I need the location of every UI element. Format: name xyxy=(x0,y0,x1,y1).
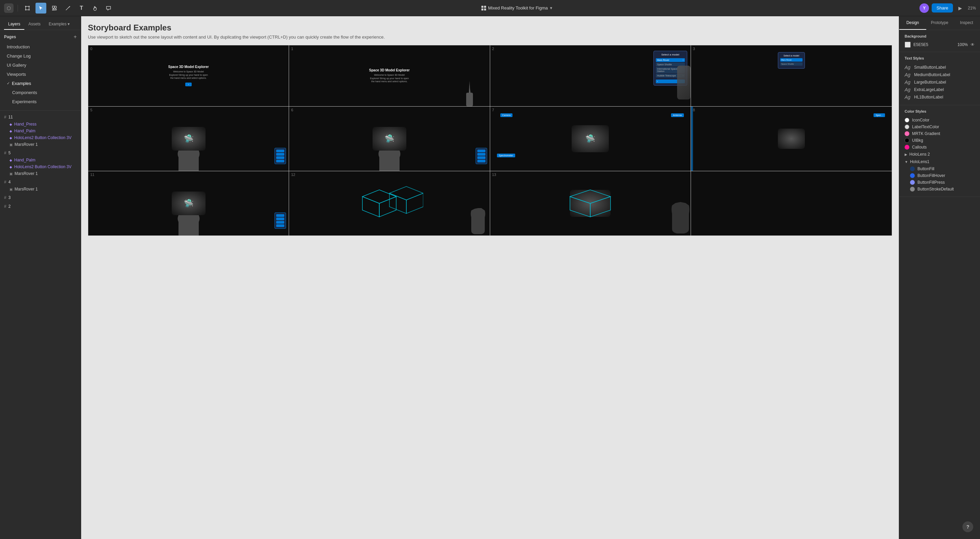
story-cell-2: 2 Select a model Mars Rover› Space Shutt… xyxy=(490,45,691,106)
layer-group-4: # 4 ▣ MarsRover 1 xyxy=(4,178,77,193)
tab-examples[interactable]: Examples ▾ xyxy=(45,19,74,30)
app-container: ⬡ xyxy=(0,0,980,539)
layer-group-header-5[interactable]: # 5 xyxy=(4,149,77,157)
bg-opacity-value: 100% xyxy=(957,42,968,47)
file-title[interactable]: Mixed Reality Toolkit for Figma ▾ xyxy=(481,5,552,11)
spectrometer-tag-8: Spec... xyxy=(873,113,885,117)
zoom-level[interactable]: 21% xyxy=(968,6,976,11)
page-viewports[interactable]: Viewports xyxy=(4,70,77,79)
storyboard-row-1: 0 Space 3D Model Explorer Welcome to Spa… xyxy=(88,45,892,107)
layer-hlbc-11[interactable]: ◆ HoloLens2 Button Collection 3V xyxy=(4,134,77,141)
scene-title-0: Space 3D Model Explorer xyxy=(169,65,209,69)
tab-layers[interactable]: Layers xyxy=(4,19,24,30)
cell-num-1: 1 xyxy=(291,47,293,51)
share-button[interactable]: Share xyxy=(932,3,953,13)
layer-group-3: # 3 xyxy=(4,194,77,201)
rover-6: 🛸 xyxy=(372,127,406,151)
tab-design[interactable]: Design xyxy=(899,16,926,30)
background-row: E5E5E5 100% 👁 xyxy=(905,41,975,48)
button-fill-dot xyxy=(910,166,915,171)
logo-button[interactable]: ⬡ xyxy=(4,3,14,13)
layer-name: MarsRover 1 xyxy=(14,142,38,147)
svg-point-11 xyxy=(55,9,56,10)
layer-group-header-3[interactable]: # 3 xyxy=(4,194,77,201)
layer-group-header-11[interactable]: # 11 xyxy=(4,113,77,121)
viewports-label: Viewports xyxy=(7,72,26,77)
visibility-toggle[interactable]: 👁 xyxy=(970,42,975,47)
user-avatar[interactable]: Y xyxy=(920,3,929,13)
layer-marsrover-4[interactable]: ▣ MarsRover 1 xyxy=(4,186,77,193)
hologlens1-group-name: HoloLens1 xyxy=(910,159,929,164)
check-icon: ✓ xyxy=(7,81,10,86)
svg-point-10 xyxy=(54,6,56,8)
tab-prototype[interactable]: Prototype xyxy=(926,16,953,30)
story-cell-14-empty xyxy=(691,171,892,236)
uibkg-label: UIBkg xyxy=(912,138,923,143)
comment-tool[interactable] xyxy=(103,3,114,14)
hologlens2-group-header[interactable]: ▶ HoloLens 2 xyxy=(905,151,975,158)
cell-content-3: Select a model Mars Rover Space Shuttle xyxy=(691,45,892,106)
component-icon: ◆ xyxy=(10,158,12,162)
play-button[interactable]: ▶ xyxy=(956,3,965,13)
hologlens2-toggle[interactable]: ▶ xyxy=(905,153,907,156)
layer-marsrover-5[interactable]: ▣ MarsRover 1 xyxy=(4,170,77,177)
components-label: Components xyxy=(12,90,37,95)
tab-assets[interactable]: Assets xyxy=(24,19,45,30)
rover-11: 🛸 xyxy=(172,191,205,215)
shape-tool[interactable] xyxy=(49,3,60,14)
uibkg-dot xyxy=(905,138,909,143)
story-cell-13: 13 xyxy=(490,171,691,236)
color-uibkg: UIBkg xyxy=(905,137,975,144)
style-item-medium: Ag MediumButtonLabel xyxy=(905,71,975,78)
hologlens1-group-header[interactable]: ▼ HoloLens1 xyxy=(905,158,975,166)
help-button[interactable]: ? xyxy=(963,521,973,532)
story-cell-12: 12 xyxy=(289,171,490,236)
pen-icon xyxy=(65,5,71,11)
panel-tabs: Layers Assets Examples ▾ xyxy=(0,16,81,30)
rover-wireframe-13 xyxy=(566,187,614,220)
layer-name: MarsRover 1 xyxy=(14,171,38,176)
layer-hand-palm-11[interactable]: ◆ Hand_Palm xyxy=(4,128,77,134)
hand-tool[interactable] xyxy=(89,3,100,14)
page-components[interactable]: Components xyxy=(4,88,77,97)
hologlens1-toggle[interactable]: ▼ xyxy=(905,160,908,164)
ag-icon-large: Ag xyxy=(905,80,912,85)
layer-group-header-4[interactable]: # 4 xyxy=(4,178,77,186)
bg-hex-value: E5E5E5 xyxy=(913,42,955,47)
text-tool[interactable]: T xyxy=(76,3,87,14)
color-button-fill-hover: ButtonFillHover xyxy=(910,172,975,179)
canvas-area: Storyboard Examples Use viewport to sket… xyxy=(81,16,899,539)
layer-hand-press[interactable]: ◆ Hand_Press xyxy=(4,121,77,128)
layer-group-header-2[interactable]: # 2 xyxy=(4,203,77,210)
introduction-label: Introduction xyxy=(7,44,30,49)
color-button-stroke: ButtonStrokeDefault xyxy=(910,186,975,193)
layer-marsrover-11[interactable]: ▣ MarsRover 1 xyxy=(4,141,77,148)
icon-color-dot xyxy=(905,118,909,123)
frame-tool[interactable] xyxy=(22,3,33,14)
rover-5: 🛸 xyxy=(172,127,205,151)
page-changelog[interactable]: Change Log xyxy=(4,51,77,61)
cell-num-2: 2 xyxy=(492,47,494,51)
move-tool[interactable] xyxy=(35,3,46,14)
label-text-color-label: LabelTextColor xyxy=(912,124,939,129)
page-experiments[interactable]: Experiments xyxy=(4,97,77,106)
cell-num-13: 13 xyxy=(492,172,496,177)
page-examples[interactable]: ✓ Examples xyxy=(4,79,77,88)
add-page-button[interactable]: + xyxy=(74,34,77,40)
scene-title-1: Space 3D Model Explorer xyxy=(369,69,410,72)
color-button-fill-press: ButtonFillPress xyxy=(910,179,975,186)
component-icon: ◆ xyxy=(10,165,12,169)
menu-partial-3: Select a model Mars Rover Space Shuttle xyxy=(778,52,805,69)
layer-hand-palm-5[interactable]: ◆ Hand_Palm xyxy=(4,157,77,163)
layer-name: MarsRover 1 xyxy=(14,187,38,191)
bg-color-swatch[interactable] xyxy=(905,41,911,48)
layer-hlbc-5[interactable]: ◆ HoloLens2 Button Collection 3V xyxy=(4,163,77,170)
page-uigallery[interactable]: UI Gallery xyxy=(4,61,77,70)
menu-item-1: Mars Rover› xyxy=(656,58,685,62)
pen-tool[interactable] xyxy=(62,3,73,14)
right-panel-tabs: Design Prototype Inspect xyxy=(899,16,980,30)
group-num-2: 2 xyxy=(8,204,11,209)
page-introduction[interactable]: Introduction xyxy=(4,42,77,51)
tab-inspect[interactable]: Inspect xyxy=(953,16,980,30)
wireframe-svg xyxy=(356,176,423,230)
